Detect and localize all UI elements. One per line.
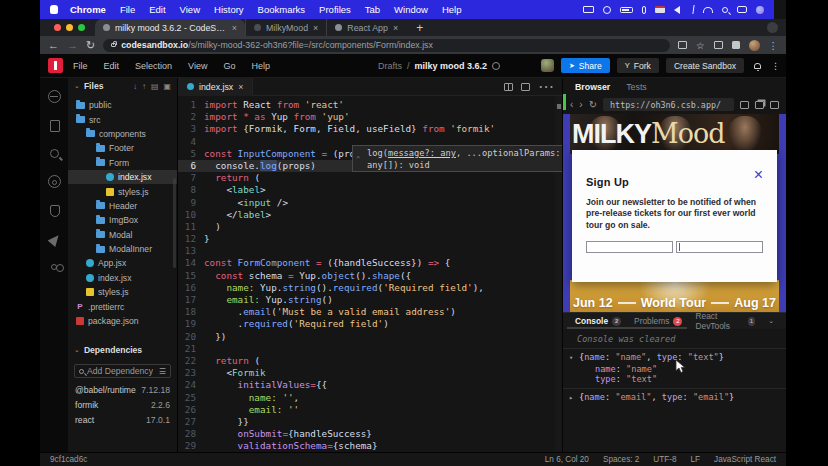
editor-tab-indexjsx[interactable]: index.jsx × xyxy=(178,78,253,96)
close-tab-icon[interactable]: × xyxy=(393,23,398,33)
siri-icon[interactable] xyxy=(756,6,764,14)
preview-tab-tests[interactable]: Tests xyxy=(626,82,647,92)
profile-avatar[interactable] xyxy=(749,40,760,51)
upload-icon[interactable]: ↑ xyxy=(142,82,146,91)
menubar-item-file[interactable]: File xyxy=(120,4,135,15)
editor-more-icon[interactable]: ⋯ xyxy=(538,78,554,96)
file-imgbox[interactable]: ImgBox xyxy=(68,213,177,227)
chevron-down-icon[interactable]: ⌄ xyxy=(74,346,80,354)
close-tab-icon[interactable]: × xyxy=(238,82,243,92)
menu-selection[interactable]: Selection xyxy=(135,61,172,71)
record-icon[interactable] xyxy=(603,6,611,14)
flag-icon[interactable] xyxy=(655,6,665,13)
menubar-item-window[interactable]: Window xyxy=(394,4,428,15)
extensions-icon[interactable] xyxy=(732,41,740,49)
sandbox-title[interactable]: milky mood 3.6.2 xyxy=(415,61,488,71)
apple-icon[interactable] xyxy=(50,5,58,14)
users-icon[interactable] xyxy=(51,264,57,270)
code-line-11[interactable]: 11 ) xyxy=(178,221,562,233)
file-modal[interactable]: Modal xyxy=(68,228,177,242)
chrome-menu-icon[interactable]: ⋮ xyxy=(769,40,779,51)
expand-caret-icon[interactable]: ▸ xyxy=(569,392,579,404)
reload-icon[interactable]: ↻ xyxy=(86,40,95,51)
file-styles-js[interactable]: styles.js xyxy=(68,285,177,299)
menu-go[interactable]: Go xyxy=(223,61,235,71)
address-bar[interactable]: codesandbox.io/s/milky-mood-362-oh3n6?fi… xyxy=(103,39,670,52)
menubar-item-history[interactable]: History xyxy=(214,4,244,15)
dependency-menu-icon[interactable]: ☰ xyxy=(159,367,166,376)
url-text[interactable]: codesandbox.io/s/milky-mood-362-oh3n6?fi… xyxy=(121,40,433,50)
code-line-15[interactable]: 15 const schema = Yup.object().shape({ xyxy=(178,270,562,282)
file-styles-js[interactable]: styles.js xyxy=(68,184,177,198)
menubar-item-chrome[interactable]: Chrome xyxy=(70,4,106,15)
explorer-scrollbar[interactable] xyxy=(173,178,176,268)
preview-back-icon[interactable]: ‹ xyxy=(570,99,573,110)
mic-icon[interactable] xyxy=(642,6,646,14)
dependency-formik[interactable]: formik2.2.6 xyxy=(68,397,177,412)
file-icon[interactable] xyxy=(50,120,60,132)
file-prettierrc[interactable]: P.prettierrc xyxy=(68,299,177,313)
code-line-12[interactable]: 12} xyxy=(178,233,562,245)
code-line-18[interactable]: 18 .email('Must be a valid email address… xyxy=(178,306,562,318)
menu-file[interactable]: File xyxy=(73,61,88,71)
dependency-babelruntime[interactable]: @babel/runtime7.12.18 xyxy=(68,382,177,397)
file-components[interactable]: components xyxy=(68,127,177,141)
minimize-window-button[interactable] xyxy=(66,24,73,31)
new-file-icon[interactable]: ▤ xyxy=(151,82,159,91)
battery-icon[interactable] xyxy=(620,7,633,13)
zoom-window-button[interactable] xyxy=(78,24,85,31)
code-line-26[interactable]: 26 email: '' xyxy=(178,404,562,416)
shield-icon[interactable] xyxy=(50,205,60,217)
file-index-jsx[interactable]: index.jsx xyxy=(68,170,177,184)
file-index-jsx[interactable]: index.jsx xyxy=(68,271,177,285)
code-line-1[interactable]: 1import React from 'react' xyxy=(178,99,562,111)
file-src[interactable]: src xyxy=(68,112,177,126)
explorer-header[interactable]: ⌄ Files ↓↑▤▣ xyxy=(68,78,177,94)
collapse-console-icon[interactable]: ⌄ xyxy=(768,317,774,325)
code-line-7[interactable]: 7 return ( xyxy=(178,172,562,184)
code-line-13[interactable]: 13 xyxy=(178,245,562,257)
responsive-mode-icon[interactable] xyxy=(740,101,749,109)
code-line-8[interactable]: 8 <label> xyxy=(178,184,562,196)
fork-button[interactable]: YFork xyxy=(617,58,659,73)
menu-help[interactable]: Help xyxy=(251,61,270,71)
name-input[interactable] xyxy=(586,241,673,253)
lock-icon[interactable] xyxy=(111,43,116,47)
code-line-21[interactable]: 21 xyxy=(178,343,562,355)
expand-caret-icon[interactable]: ▾ xyxy=(569,352,579,364)
code-line-25[interactable]: 25 name: '', xyxy=(178,392,562,404)
status-lf[interactable]: LF xyxy=(691,455,701,464)
new-folder-icon[interactable]: ▣ xyxy=(163,82,171,91)
status-ln[interactable]: Ln 6, Col 20 xyxy=(545,455,589,464)
open-preview-icon[interactable] xyxy=(521,83,530,91)
email-input[interactable] xyxy=(676,241,763,253)
code-area[interactable]: ⌃ log(message?: any, ...optionalParams: … xyxy=(178,96,562,452)
code-line-10[interactable]: 10 </label> xyxy=(178,209,562,221)
volume-icon[interactable] xyxy=(674,6,680,14)
code-line-3[interactable]: 3import {Formik, Form, Field, useField} … xyxy=(178,123,562,135)
menubar-item-help[interactable]: Help xyxy=(442,4,462,15)
cc-icon[interactable] xyxy=(737,6,747,13)
display-icon[interactable] xyxy=(583,6,594,13)
close-window-button[interactable] xyxy=(54,24,61,31)
split-editor-icon[interactable] xyxy=(504,83,513,91)
dependency-react[interactable]: react17.0.1 xyxy=(68,412,177,427)
back-icon[interactable]: ← xyxy=(48,40,59,51)
code-line-23[interactable]: 23 <Formik xyxy=(178,367,562,379)
bt-icon[interactable] xyxy=(688,5,694,14)
code-line-28[interactable]: 28 onSubmit={handleSuccess} xyxy=(178,428,562,440)
console-tab-react-devtools[interactable]: React DevTools1 xyxy=(695,311,755,331)
console-tab-problems[interactable]: Problems2 xyxy=(634,316,682,326)
downloads-icon[interactable] xyxy=(714,41,723,49)
code-line-27[interactable]: 27 }} xyxy=(178,416,562,428)
code-line-2[interactable]: 2import * as Yup from 'yup' xyxy=(178,111,562,123)
dependencies-header[interactable]: ⌄ Dependencies xyxy=(68,342,177,358)
preview-reload-icon[interactable]: ↻ xyxy=(589,99,597,110)
create-sandbox-button[interactable]: Create Sandbox xyxy=(666,58,744,73)
code-line-20[interactable]: 20 }) xyxy=(178,331,562,343)
download-icon[interactable]: ↓ xyxy=(133,82,137,91)
gear-icon[interactable] xyxy=(48,175,61,188)
rocket-icon[interactable] xyxy=(48,232,63,247)
file-modalinner[interactable]: ModalInner xyxy=(68,242,177,256)
file-package-json[interactable]: package.json xyxy=(68,314,177,328)
